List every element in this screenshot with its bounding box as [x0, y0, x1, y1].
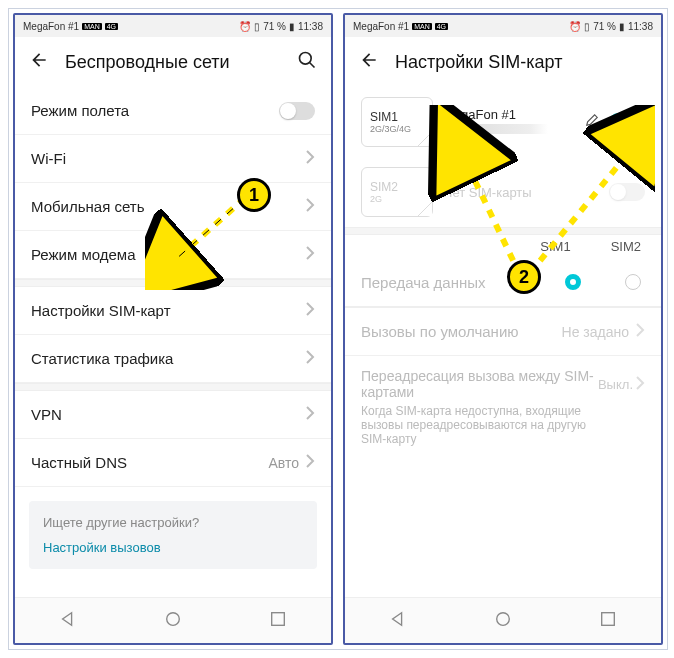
phone-screen-wireless: MegaFon #1 MAN 4G ⏰ ▯ 71 % ▮ 11:38 Беспр…	[13, 13, 333, 645]
sim1-num-prefix: +7	[443, 122, 458, 137]
col-sim2: SIM2	[611, 239, 641, 254]
back-button[interactable]	[359, 50, 379, 74]
label-vpn: VPN	[31, 406, 62, 423]
carrier-label: MegaFon #1	[353, 21, 409, 32]
row-private-dns[interactable]: Частный DNS Авто	[15, 439, 331, 487]
value-calls: Не задано	[562, 324, 629, 340]
row-vpn[interactable]: VPN	[15, 391, 331, 439]
svg-rect-3	[272, 612, 285, 625]
nav-home-button[interactable]	[164, 610, 182, 632]
svg-line-1	[310, 63, 315, 68]
chevron-right-icon	[305, 454, 315, 471]
alarm-icon: ⏰	[569, 21, 581, 32]
edit-icon[interactable]	[585, 113, 599, 131]
fwd-desc: Когда SIM-карта недоступна, входящие выз…	[361, 404, 598, 446]
label-data: Передача данных	[361, 274, 486, 291]
row-traffic-stats[interactable]: Статистика трафика	[15, 335, 331, 383]
toggle-sim2	[609, 183, 645, 201]
alarm-icon: ⏰	[239, 21, 251, 32]
header: Настройки SIM-карт	[345, 37, 661, 87]
nav-recent-button[interactable]	[269, 610, 287, 632]
radio-data-sim2	[625, 274, 641, 290]
col-sim1: SIM1	[540, 239, 570, 254]
label-modem: Режим модема	[31, 246, 136, 263]
sim1-type: 2G/3G/4G	[370, 124, 424, 134]
sim1-number-masked	[458, 124, 548, 134]
row-call-forwarding: Переадресация вызова между SIM-картами К…	[345, 356, 661, 458]
chevron-right-icon	[305, 150, 315, 167]
sim1-name: SIM1	[370, 110, 424, 124]
nav-back-button[interactable]	[389, 610, 407, 632]
sim2-type: 2G	[370, 194, 424, 204]
row-sim-settings[interactable]: Настройки SIM-карт	[15, 287, 331, 335]
search-button[interactable]	[297, 50, 317, 74]
vibrate-icon: ▯	[584, 21, 590, 32]
page-title: Настройки SIM-карт	[395, 52, 647, 73]
battery-icon: ▮	[289, 21, 295, 32]
sim1-row[interactable]: SIM1 2G/3G/4G MegaFon #1 +7	[345, 87, 661, 157]
carrier-label: MegaFon #1	[23, 21, 79, 32]
row-airplane-mode[interactable]: Режим полета	[15, 87, 331, 135]
chevron-right-icon	[305, 350, 315, 367]
back-button[interactable]	[29, 50, 49, 74]
row-data-transfer: Передача данных	[345, 258, 661, 306]
fwd-value: Выкл.	[598, 377, 633, 392]
chevron-right-icon	[305, 302, 315, 319]
chevron-right-icon	[635, 376, 645, 393]
row-mobile-network[interactable]: Мобильная сеть	[15, 183, 331, 231]
fwd-title: Переадресация вызова между SIM-картами	[361, 368, 598, 400]
nav-bar	[15, 597, 331, 643]
label-airplane: Режим полета	[31, 102, 129, 119]
sim2-row: SIM2 2G Нет SIM-карты	[345, 157, 661, 227]
clock: 11:38	[298, 21, 323, 32]
label-wifi: Wi-Fi	[31, 150, 66, 167]
row-wifi[interactable]: Wi-Fi	[15, 135, 331, 183]
sim1-card: SIM1 2G/3G/4G	[361, 97, 433, 147]
toggle-sim1[interactable]	[609, 113, 645, 131]
status-bar: MegaFon #1 MAN 4G ⏰ ▯ 71 % ▮ 11:38	[15, 15, 331, 37]
value-dns: Авто	[268, 455, 299, 471]
badge-man: MAN	[82, 23, 102, 30]
nav-recent-button[interactable]	[599, 610, 617, 632]
chevron-right-icon	[635, 323, 645, 340]
nav-bar	[345, 597, 661, 643]
toggle-airplane[interactable]	[279, 102, 315, 120]
svg-point-2	[167, 612, 180, 625]
link-call-settings[interactable]: Настройки вызовов	[43, 540, 303, 555]
sim2-card: SIM2 2G	[361, 167, 433, 217]
sim-column-headers: SIM1 SIM2	[345, 235, 661, 258]
header: Беспроводные сети	[15, 37, 331, 87]
svg-point-6	[497, 612, 510, 625]
status-bar: MegaFon #1 MAN 4G ⏰ ▯ 71 % ▮ 11:38	[345, 15, 661, 37]
clock: 11:38	[628, 21, 653, 32]
badge-man: MAN	[412, 23, 432, 30]
radio-data-sim1[interactable]	[565, 274, 581, 290]
sim2-name: SIM2	[370, 180, 424, 194]
page-title: Беспроводные сети	[65, 52, 281, 73]
chevron-right-icon	[305, 406, 315, 423]
section-divider	[15, 383, 331, 391]
battery-icon: ▮	[619, 21, 625, 32]
svg-rect-7	[602, 612, 615, 625]
chevron-right-icon	[305, 198, 315, 215]
nav-back-button[interactable]	[59, 610, 77, 632]
sim2-carrier: Нет SIM-карты	[443, 185, 599, 200]
sim1-carrier: MegaFon #1	[443, 107, 575, 122]
vibrate-icon: ▯	[254, 21, 260, 32]
row-tether-mode[interactable]: Режим модема	[15, 231, 331, 279]
battery-pct: 71 %	[593, 21, 616, 32]
label-dns: Частный DNS	[31, 454, 127, 471]
row-default-calls[interactable]: Вызовы по умолчанию Не задано	[345, 308, 661, 356]
chevron-right-icon	[305, 246, 315, 263]
label-stats: Статистика трафика	[31, 350, 173, 367]
badge-4g: 4G	[435, 23, 448, 30]
label-mobile: Мобильная сеть	[31, 198, 145, 215]
hint-box: Ищете другие настройки? Настройки вызово…	[29, 501, 317, 569]
label-sim: Настройки SIM-карт	[31, 302, 171, 319]
badge-4g: 4G	[105, 23, 118, 30]
section-divider	[15, 279, 331, 287]
svg-point-0	[300, 53, 312, 65]
nav-home-button[interactable]	[494, 610, 512, 632]
battery-pct: 71 %	[263, 21, 286, 32]
label-calls: Вызовы по умолчанию	[361, 323, 519, 340]
